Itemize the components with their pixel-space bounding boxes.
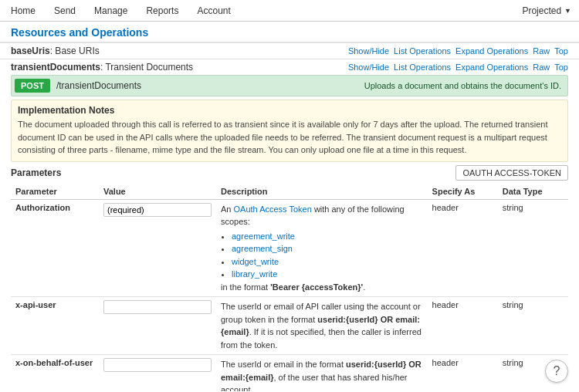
- xonbehalf-input[interactable]: [103, 358, 212, 372]
- baseuris-expandops[interactable]: Expand Operations: [455, 46, 528, 56]
- transient-listops[interactable]: List Operations: [394, 63, 451, 72]
- transient-expandops[interactable]: Expand Operations: [455, 63, 528, 72]
- table-row: Authorization An OAuth Access Token with…: [11, 199, 568, 297]
- page-title: Resources and Operations: [11, 26, 148, 39]
- baseuris-top[interactable]: Top: [554, 46, 568, 56]
- question-mark-icon: ?: [554, 364, 560, 378]
- params-title: Parameters: [11, 167, 61, 178]
- param-name-xonbehalf: x-on-behalf-of-user: [11, 355, 99, 392]
- param-specify-xonbehalf: header: [428, 355, 498, 392]
- baseuris-showhide[interactable]: Show/Hide: [348, 46, 389, 56]
- param-value-xapiuser: [99, 297, 216, 355]
- page-header: Resources and Operations: [0, 22, 579, 42]
- transient-actions: Show/Hide List Operations Expand Operati…: [348, 63, 568, 72]
- baseuris-actions: Show/Hide List Operations Expand Operati…: [348, 46, 568, 56]
- impl-notes-title: Implementation Notes: [18, 105, 561, 116]
- param-desc-authorization: An OAuth Access Token with any of the fo…: [216, 199, 428, 297]
- nav-account[interactable]: Account: [194, 1, 233, 21]
- top-nav: Home Send Manage Reports Account Project…: [0, 0, 579, 22]
- oauth-button[interactable]: OAUTH ACCESS-TOKEN: [455, 165, 568, 181]
- params-header-row: Parameters OAUTH ACCESS-TOKEN: [11, 165, 568, 181]
- transient-label: transientDocuments: Transient Documents: [11, 62, 193, 73]
- help-button[interactable]: ?: [545, 360, 568, 383]
- param-type-authorization: string: [498, 199, 568, 297]
- post-bar: POST /transientDocuments Uploads a docum…: [11, 75, 568, 96]
- param-value-xonbehalf: [99, 355, 216, 392]
- nav-manage[interactable]: Manage: [91, 1, 130, 21]
- projected-label: Projected: [522, 5, 561, 16]
- param-desc-xapiuser: The userId or email of API caller using …: [216, 297, 428, 355]
- param-name-authorization: Authorization: [11, 199, 99, 297]
- scope-agreement-write[interactable]: agreement_write: [232, 231, 295, 241]
- param-type-xapiuser: string: [498, 297, 568, 355]
- scope-widget-write[interactable]: widget_write: [232, 257, 279, 266]
- post-description: Uploads a document and obtains the docum…: [364, 81, 561, 90]
- param-desc-xonbehalf: The userId or email in the format userid…: [216, 355, 428, 392]
- impl-notes: Implementation Notes The document upload…: [11, 100, 568, 162]
- transient-showhide[interactable]: Show/Hide: [348, 63, 389, 72]
- post-method-badge: POST: [15, 79, 50, 93]
- param-name-xapiuser: x-api-user: [11, 297, 99, 355]
- authorization-input[interactable]: [103, 203, 212, 217]
- nav-send[interactable]: Send: [51, 1, 79, 21]
- param-specify-xapiuser: header: [428, 297, 498, 355]
- scope-library-write[interactable]: library_write: [232, 269, 277, 279]
- nav-reports[interactable]: Reports: [143, 1, 181, 21]
- nav-items: Home Send Manage Reports Account: [8, 1, 234, 21]
- param-value-authorization: [99, 199, 216, 297]
- oauth-token-link[interactable]: OAuth Access Token: [234, 204, 312, 214]
- transient-row: transientDocuments: Transient Documents …: [0, 59, 579, 75]
- col-header-param: Parameter: [11, 184, 99, 200]
- params-section: Parameters OAUTH ACCESS-TOKEN Parameter …: [11, 165, 568, 392]
- col-header-type: Data Type: [498, 184, 568, 200]
- nav-right: Projected ▼: [522, 5, 571, 16]
- col-header-desc: Description: [216, 184, 428, 200]
- nav-home[interactable]: Home: [8, 1, 39, 21]
- scope-agreement-sign[interactable]: agreement_sign: [232, 244, 293, 253]
- baseuris-label: baseUris: Base URIs: [11, 46, 100, 56]
- xapiuser-input[interactable]: [103, 300, 212, 314]
- params-table-header: Parameter Value Description Specify As D…: [11, 184, 568, 200]
- params-table: Parameter Value Description Specify As D…: [11, 184, 568, 392]
- param-specify-authorization: header: [428, 199, 498, 297]
- table-row: x-on-behalf-of-user The userId or email …: [11, 355, 568, 392]
- baseuris-raw[interactable]: Raw: [533, 46, 550, 56]
- col-header-value: Value: [99, 184, 216, 200]
- post-path: /transientDocuments: [56, 80, 364, 91]
- impl-notes-text: The document uploaded through this call …: [18, 118, 561, 157]
- chevron-down-icon: ▼: [564, 7, 571, 15]
- main-content: baseUris: Base URIs Show/Hide List Opera…: [0, 42, 579, 391]
- baseuris-listops[interactable]: List Operations: [394, 46, 451, 56]
- transient-raw[interactable]: Raw: [533, 63, 550, 72]
- col-header-specify: Specify As: [428, 184, 498, 200]
- table-row: x-api-user The userId or email of API ca…: [11, 297, 568, 355]
- transient-top[interactable]: Top: [554, 63, 568, 72]
- baseuris-row: baseUris: Base URIs Show/Hide List Opera…: [0, 42, 579, 59]
